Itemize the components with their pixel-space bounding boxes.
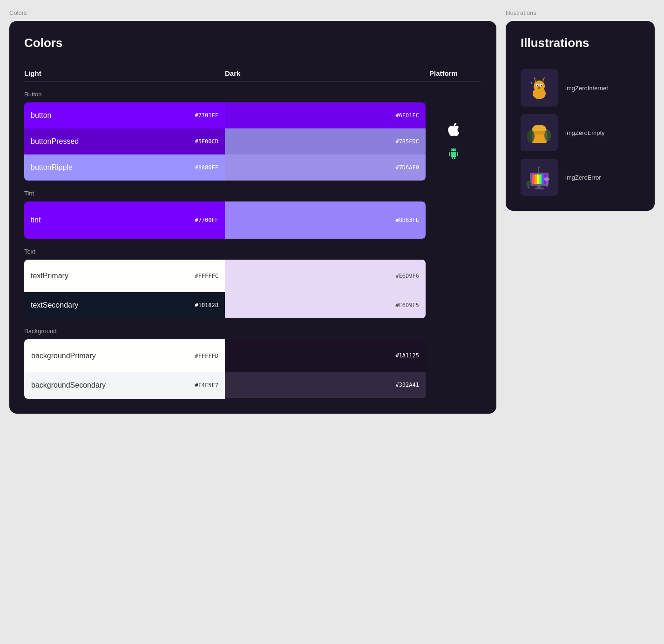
svg-point-33: [526, 181, 531, 187]
illus-item-error: imgZeroError: [521, 159, 640, 196]
swatch-buttonpressed-dark: #785FDC: [225, 128, 426, 154]
swatch-textprimary-light: textPrimary #FFFFFC: [24, 260, 225, 292]
colors-panel: Colors Light Dark Platform Button button…: [9, 21, 496, 414]
svg-point-8: [537, 85, 539, 87]
col-platform: Platform: [426, 69, 481, 81]
swatch-hex: #785FDC: [395, 138, 419, 145]
swatch-hex: #8A80FF: [195, 164, 218, 171]
columns-header: Light Dark Platform: [24, 69, 481, 81]
swatch-bgsecondary-light: backgroundSecondary #F4F5F7: [25, 372, 225, 398]
illus-img-internet: ✦ ·: [525, 74, 553, 102]
apple-icon: [448, 123, 459, 136]
svg-point-9: [541, 85, 542, 87]
illus-name-error: imgZeroError: [565, 174, 601, 181]
swatch-buttonripple-dark: #7D6AF0: [225, 154, 426, 181]
platform-icons-text: [426, 260, 481, 318]
svg-rect-25: [539, 174, 542, 184]
illus-thumb-error: [521, 159, 558, 196]
swatch-buttonpressed-light: buttonPressed #5F00CD: [24, 128, 225, 154]
illus-thumb-internet: ✦ ·: [521, 69, 558, 107]
category-text: Text: [24, 248, 481, 255]
svg-rect-26: [542, 174, 544, 184]
svg-point-1: [534, 80, 545, 92]
swatch-hex: #E6D9F6: [395, 273, 419, 279]
swatch-name: buttonPressed: [31, 137, 79, 146]
swatch-name: textPrimary: [31, 272, 68, 280]
swatch-hex: #6F01EC: [395, 112, 419, 119]
svg-text:·: ·: [545, 80, 546, 83]
illustrations-panel-title: Illustrations: [521, 36, 640, 50]
svg-rect-19: [535, 188, 544, 189]
swatch-button-dark: #6F01EC: [225, 102, 426, 128]
platform-icons-tint: [426, 201, 481, 239]
swatch-hex: #101828: [195, 302, 218, 309]
col-light: Light: [24, 69, 225, 81]
illus-name-internet: imgZeroInternet: [565, 85, 608, 92]
swatch-name: backgroundPrimary: [31, 352, 96, 360]
swatch-hex: #8B63FE: [395, 217, 419, 223]
illus-img-error: [525, 163, 553, 191]
swatch-hex: #5F00CD: [195, 138, 218, 145]
swatch-name: tint: [31, 216, 41, 224]
swatch-textprimary-dark: #E6D9F6: [225, 260, 426, 292]
illus-name-empty: imgZeroEmpty: [565, 129, 605, 136]
swatch-name: buttonRipple: [31, 163, 73, 172]
swatch-name: button: [31, 111, 51, 120]
illustrations-section-label: Illustrations: [506, 9, 655, 16]
page-layout: Colors Colors Light Dark Platform Button…: [9, 9, 655, 414]
illus-thumb-empty: [521, 114, 558, 151]
svg-point-16: [527, 130, 535, 143]
illustrations-panel: Illustrations: [506, 21, 655, 211]
illus-item-internet: ✦ · imgZeroInternet: [521, 69, 640, 107]
svg-point-10: [538, 87, 541, 89]
colors-panel-title: Colors: [24, 36, 481, 50]
svg-rect-23: [535, 174, 537, 184]
swatch-textsecondary-light: textSecondary #101828: [24, 292, 225, 318]
swatch-button-light: button #7701FF: [24, 102, 225, 128]
category-background: Background: [24, 328, 481, 335]
swatch-bgprimary-dark: #1A1125: [225, 339, 426, 372]
swatch-hex: #F4F5F7: [195, 382, 218, 389]
illus-img-empty: [525, 119, 553, 147]
swatch-tint-light: tint #7700FF: [24, 201, 225, 239]
svg-rect-30: [546, 180, 548, 187]
swatch-hex: #FFFFFD: [195, 353, 218, 359]
category-tint: Tint: [24, 190, 481, 197]
swatch-bgprimary-light: backgroundPrimary #FFFFFD: [25, 340, 225, 372]
swatch-hex: #7700FF: [195, 217, 218, 223]
platform-icons-button: [426, 102, 481, 181]
swatch-bgsecondary-dark: #332A41: [225, 372, 426, 398]
illustrations-divider: [521, 58, 640, 58]
illustrations-list: ✦ · imgZeroInternet: [521, 69, 640, 196]
svg-rect-22: [532, 174, 535, 184]
svg-text:✦: ✦: [530, 81, 533, 85]
android-icon: [448, 147, 459, 160]
swatch-hex: #7D6AF0: [395, 164, 419, 171]
swatch-hex: #1A1125: [395, 352, 419, 359]
swatch-hex: #E6D9F5: [395, 302, 419, 309]
swatch-hex: #FFFFFC: [195, 273, 218, 279]
colors-section-label: Colors: [9, 9, 496, 16]
swatch-name: backgroundSecondary: [31, 381, 106, 389]
svg-point-17: [544, 130, 551, 141]
svg-rect-15: [534, 134, 545, 141]
category-button: Button: [24, 91, 481, 98]
illus-item-empty: imgZeroEmpty: [521, 114, 640, 151]
swatch-tint-dark: #8B63FE: [225, 201, 426, 239]
swatch-hex: #332A41: [395, 382, 419, 388]
swatch-name: textSecondary: [31, 301, 78, 309]
svg-rect-28: [538, 168, 539, 174]
svg-rect-24: [537, 174, 539, 184]
swatch-hex: #7701FF: [195, 112, 218, 119]
swatch-buttonripple-light: buttonRipple #8A80FF: [24, 154, 225, 181]
svg-point-31: [544, 177, 549, 181]
svg-point-29: [538, 167, 540, 168]
colors-divider: [24, 58, 481, 58]
col-dark: Dark: [225, 69, 426, 81]
platform-icons-bg: [426, 339, 481, 399]
swatch-textsecondary-dark: #E6D9F5: [225, 292, 426, 318]
